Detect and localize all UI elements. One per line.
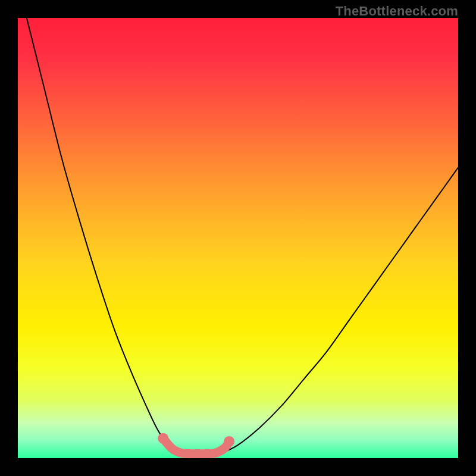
- pink-end-dot: [224, 436, 234, 447]
- watermark-text: TheBottleneck.com: [336, 4, 458, 19]
- chart-svg: [18, 18, 458, 458]
- pink-end-dot: [158, 433, 168, 444]
- chart-frame: TheBottleneck.com: [0, 0, 476, 476]
- gradient-background: [18, 18, 458, 458]
- plot-area: [18, 18, 458, 458]
